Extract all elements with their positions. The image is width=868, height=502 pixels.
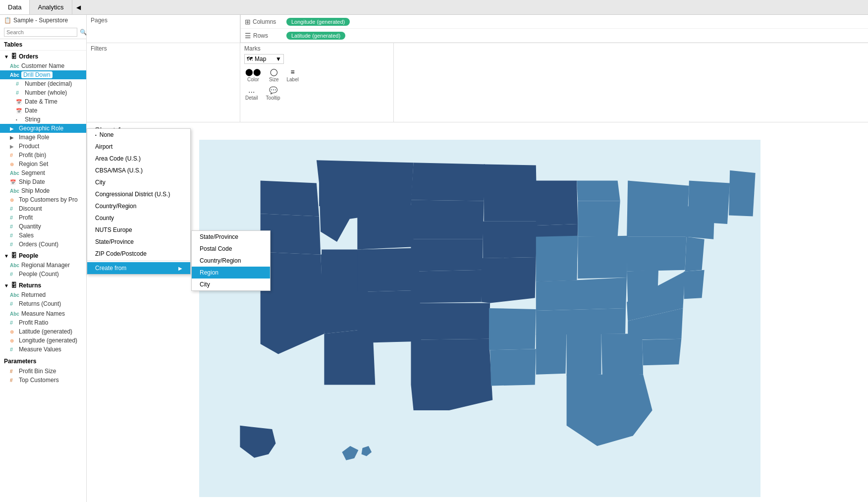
bullet-icon: •	[95, 133, 97, 137]
orders-label: Orders	[19, 53, 38, 60]
rows-pill[interactable]: Latitude (generated)	[286, 32, 345, 40]
svg-marker-38	[490, 349, 536, 386]
field-label: Latitude (generated)	[19, 328, 72, 335]
tooltip-button[interactable]: 💬 Tooltip	[265, 85, 281, 102]
search-button[interactable]: 🔍	[79, 28, 87, 36]
geo-zip-code[interactable]: ZIP Code/Postcode	[87, 248, 190, 260]
field-label: Ship Mode	[21, 187, 50, 194]
svg-marker-43	[688, 180, 730, 224]
create-city[interactable]: City	[192, 279, 270, 290]
field-profit[interactable]: # Profit	[0, 213, 86, 222]
geo-state-province[interactable]: State/Province	[87, 236, 190, 248]
field-image-role[interactable]: ▶ Image Role	[0, 133, 86, 142]
analytics-tab[interactable]: Analytics	[30, 0, 72, 14]
detail-button[interactable]: … Detail	[244, 85, 259, 102]
field-people-count[interactable]: # People (Count)	[0, 270, 86, 279]
field-measure-names[interactable]: Abc Measure Names	[0, 309, 86, 318]
marks-type-dropdown[interactable]: 🗺 Map ▼	[244, 54, 389, 64]
datasource-item[interactable]: 📋 Sample - Superstore	[0, 15, 86, 26]
field-quantity[interactable]: # Quantity	[0, 222, 86, 231]
field-profit-bin-size[interactable]: # Profit Bin Size	[0, 367, 86, 376]
create-region[interactable]: Region	[192, 267, 270, 279]
field-number-decimal[interactable]: # Number (decimal)	[0, 79, 86, 88]
marks-buttons: ⬤⬤ Color ◯ Size ≡ Label	[244, 67, 389, 83]
label-button[interactable]: ≡ Label	[285, 67, 299, 83]
field-top-customers-param[interactable]: # Top Customers	[0, 376, 86, 385]
field-region-set[interactable]: ⊕ Region Set	[0, 160, 86, 168]
tab-collapse-arrow[interactable]: ◀	[72, 1, 85, 13]
geo-county[interactable]: County	[87, 212, 190, 224]
field-regional-manager[interactable]: Abc Regional Manager	[0, 261, 86, 270]
geo-city-label: City	[95, 179, 106, 186]
field-profit-bin[interactable]: # Profit (bin)	[0, 151, 86, 160]
field-label: Quantity	[19, 223, 41, 230]
orders-title[interactable]: ▼ 🗄 Orders	[0, 52, 86, 61]
search-input[interactable]	[4, 28, 77, 37]
field-top-customers[interactable]: ⊕ Top Customers by Pro	[0, 195, 86, 204]
field-date[interactable]: 📅 Date	[0, 106, 86, 115]
field-returns-count[interactable]: # Returns (Count)	[0, 299, 86, 308]
geo-create-from[interactable]: Create from ▶	[87, 262, 190, 274]
geo-congressional[interactable]: Congressional District (U.S.)	[87, 188, 190, 200]
orders-arrow: ▼	[4, 54, 9, 59]
svg-marker-44	[729, 170, 756, 217]
field-geographic-role[interactable]: ▶ Geographic Role	[0, 124, 86, 133]
size-button[interactable]: ◯ Size	[268, 67, 279, 83]
field-string[interactable]: • String	[0, 115, 86, 124]
field-date-time[interactable]: 📅 Date & Time	[0, 97, 86, 106]
svg-marker-23	[578, 201, 620, 237]
field-sales[interactable]: # Sales	[0, 231, 86, 240]
field-label: Profit	[19, 214, 33, 221]
field-number-whole[interactable]: # Number (whole)	[0, 88, 86, 97]
field-returned[interactable]: Abc Returned	[0, 290, 86, 299]
geo-state-label: State/Province	[95, 238, 134, 245]
marks-type-select[interactable]: 🗺 Map ▼	[244, 54, 284, 64]
create-country-region[interactable]: Country/Region	[192, 255, 270, 267]
field-profit-ratio[interactable]: # Profit Ratio	[0, 318, 86, 327]
folder-icon: ▶	[10, 144, 17, 149]
create-state-province[interactable]: State/Province	[192, 231, 270, 243]
field-drill-down[interactable]: Abc Drill Down	[0, 70, 86, 79]
field-measure-values[interactable]: # Measure Values	[0, 345, 86, 354]
field-product[interactable]: ▶ Product	[0, 142, 86, 151]
orders-icon: 🗄	[11, 53, 17, 60]
top-bar: Data Analytics ◀	[0, 0, 868, 15]
returns-title[interactable]: ▼ 🗄 Returns	[0, 280, 86, 290]
size-label: Size	[269, 77, 278, 82]
geo-none[interactable]: • None	[87, 129, 190, 141]
field-latitude-gen[interactable]: ⊕ Latitude (generated)	[0, 327, 86, 336]
people-title[interactable]: ▼ 🗄 People	[0, 251, 86, 261]
arrow-icon: ▶	[10, 126, 17, 131]
globe-icon: ⊕	[10, 329, 17, 335]
field-label: Product	[19, 143, 39, 150]
cf-region-label: Region	[200, 269, 218, 276]
svg-marker-27	[536, 308, 626, 335]
geo-role-menu: • None Airport Area Code (U.S.) CBSA/MSA…	[87, 128, 191, 275]
field-discount[interactable]: # Discount	[0, 204, 86, 213]
geo-country[interactable]: Country/Region	[87, 200, 190, 212]
geo-airport[interactable]: Airport	[87, 141, 190, 153]
field-ship-date[interactable]: 📅 Ship Date	[0, 177, 86, 186]
columns-icon: ⊞	[245, 18, 251, 26]
color-button[interactable]: ⬤⬤ Color	[244, 67, 262, 83]
field-ship-mode[interactable]: Abc Ship Mode	[0, 186, 86, 195]
map-icon: 🗺	[247, 56, 253, 62]
geo-area-code[interactable]: Area Code (U.S.)	[87, 153, 190, 165]
svg-marker-34	[601, 334, 643, 375]
data-tab[interactable]: Data	[0, 0, 30, 14]
hash-icon: #	[10, 301, 17, 307]
field-customer-name[interactable]: Abc Customer Name	[0, 61, 86, 70]
field-orders-count[interactable]: # Orders (Count)	[0, 240, 86, 249]
field-longitude-gen[interactable]: ⊕ Longitude (generated)	[0, 336, 86, 345]
field-label: Date & Time	[25, 98, 57, 105]
geo-city[interactable]: City	[87, 176, 190, 188]
geo-cbsa[interactable]: CBSA/MSA (U.S.)	[87, 165, 190, 176]
field-segment[interactable]: Abc Segment	[0, 168, 86, 177]
geo-nuts-europe[interactable]: NUTS Europe	[87, 224, 190, 236]
geo-cbsa-label: CBSA/MSA (U.S.)	[95, 167, 143, 174]
columns-pill[interactable]: Longitude (generated)	[286, 18, 350, 26]
field-label: String	[25, 116, 40, 123]
svg-marker-0	[261, 180, 319, 216]
create-postal-code[interactable]: Postal Code	[192, 243, 270, 255]
field-label: Image Role	[19, 134, 49, 141]
